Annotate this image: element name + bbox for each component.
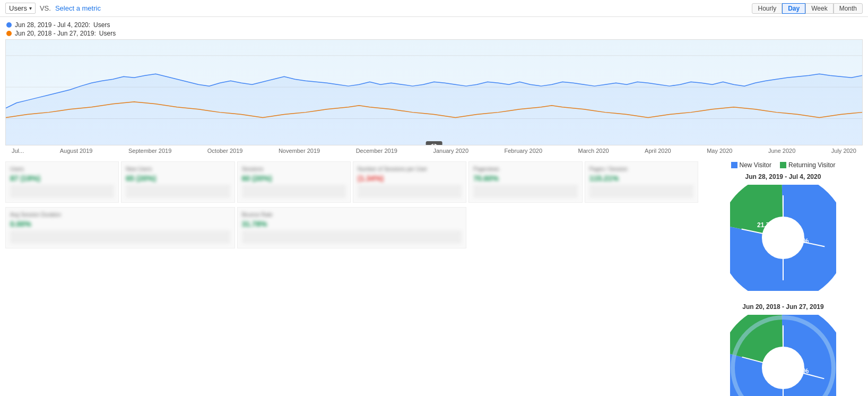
new-visitor-label: New Visitor: [740, 161, 771, 169]
metric-card-new-users: New Users 65 (20%): [121, 161, 235, 203]
vs-label: VS.: [40, 4, 51, 12]
metric-sparkline-pageviews: [473, 185, 577, 198]
x-label-nov: November 2019: [279, 148, 320, 154]
pie-legend-new-visitor: New Visitor: [731, 161, 771, 169]
week-button[interactable]: Week: [805, 3, 833, 14]
metric-sparkline-sessions-per-user: [358, 185, 462, 198]
metric-value-pageviews: 70.60%: [473, 174, 577, 183]
x-label-apr: April 2020: [645, 148, 671, 154]
metric-label-sessions: Sessions: [242, 166, 346, 172]
metric-value-bounce-rate: 31.78%: [242, 220, 462, 228]
pie-section: New Visitor Returning Visitor Jun 28, 20…: [704, 161, 863, 396]
metric-value-avg-session: 0.00%: [10, 220, 230, 228]
x-label-may: May 2020: [707, 148, 732, 154]
top-bar: Users ▾ VS. Select a metric Hourly Day W…: [0, 0, 868, 17]
x-label-jan: January 2020: [433, 148, 468, 154]
users-dropdown[interactable]: Users ▾: [5, 3, 36, 14]
users-label: Users: [9, 4, 27, 12]
metric-card-avg-session: Avg Session Duration 0.00%: [5, 207, 235, 248]
x-label-jun: June 2020: [768, 148, 795, 154]
metric-value-users: 87 (19%): [10, 174, 114, 183]
metric-sparkline-sessions: [242, 185, 346, 198]
metric-label-sessions-per-user: Number of Sessions per User: [358, 166, 462, 172]
pie-chart-2: 20.9% New Visitor 145,815 Users (79.1%): [730, 315, 836, 396]
metric-sparkline-bounce-rate: [242, 230, 462, 244]
date-range-1: Jun 28, 2019 - Jul 4, 2020:: [15, 21, 90, 29]
blue-dot-icon: [6, 22, 12, 28]
metric-card-sessions: Sessions 60 (20%): [237, 161, 351, 203]
metrics-grid-bottom: Avg Session Duration 0.00% Bounce Rate 3…: [5, 207, 698, 248]
select-metric-link[interactable]: Select a metric: [55, 4, 101, 12]
svg-text:78.3%: 78.3%: [789, 237, 809, 245]
metrics-grid-top: Users 87 (19%) New Users 65 (20%) Sessio…: [5, 161, 698, 203]
metric-card-sessions-per-user: Number of Sessions per User (1.34%): [353, 161, 466, 203]
legend-row-1: Jun 28, 2019 - Jul 4, 2020: Users: [6, 21, 862, 29]
series1-label: Users: [93, 21, 110, 29]
metric-sparkline-avg-session: [10, 230, 230, 244]
metric-label-pages-session: Pages / Session: [589, 166, 693, 172]
x-axis-labels: Jul... August 2019 September 2019 Octobe…: [5, 145, 863, 156]
metric-sparkline-users: [10, 185, 114, 198]
x-label-aug: August 2019: [60, 148, 93, 154]
metric-value-sessions-per-user: (1.34%): [358, 174, 462, 183]
chart-legend: Jun 28, 2019 - Jul 4, 2020: Users Jun 20…: [0, 17, 868, 39]
metric-label-bounce-rate: Bounce Rate: [242, 212, 462, 218]
pie-chart-2-container: Jun 20, 2018 - Jun 27, 2019 20.9%: [704, 303, 863, 396]
date-range-2: Jun 20, 2018 - Jun 27, 2019:: [15, 30, 96, 37]
metrics-panel: Users 87 (19%) New Users 65 (20%) Sessio…: [5, 161, 698, 396]
x-label-dec: December 2019: [356, 148, 397, 154]
legend-row-2: Jun 20, 2018 - Jun 27, 2019: Users: [6, 30, 862, 37]
metric-card-users: Users 87 (19%): [5, 161, 119, 203]
pie-svg-2: 20.9%: [730, 315, 836, 396]
main-content: Users 87 (19%) New Users 65 (20%) Sessio…: [0, 156, 868, 396]
svg-text:20.9%: 20.9%: [789, 367, 809, 375]
x-label-sep: September 2019: [128, 148, 171, 154]
month-button[interactable]: Month: [834, 3, 863, 14]
metric-card-bounce-rate: Bounce Rate 31.78%: [237, 207, 467, 248]
metric-value-new-users: 65 (20%): [126, 174, 230, 183]
chevron-down-icon: ▾: [29, 5, 32, 11]
svg-text:21.7%: 21.7%: [757, 221, 775, 229]
metric-card-pageviews: Pageviews 70.60%: [468, 161, 582, 203]
hourly-button[interactable]: Hourly: [752, 3, 782, 14]
chart-tooltip: ◀ ▶: [426, 141, 442, 145]
metric-label-pageviews: Pageviews: [473, 166, 577, 172]
metric-sparkline-new-users: [126, 185, 230, 198]
metric-value-pages-session: 115.21%: [589, 174, 693, 183]
x-label-mar: March 2020: [578, 148, 609, 154]
metric-card-pages-session: Pages / Session 115.21%: [585, 161, 698, 203]
chart-svg: [6, 40, 862, 145]
pie-legend-returning-visitor: Returning Visitor: [780, 161, 836, 169]
metric-label-users: Users: [10, 166, 114, 172]
x-label-feb: February 2020: [505, 148, 543, 154]
metric-label-new-users: New Users: [126, 166, 230, 172]
time-buttons: Hourly Day Week Month: [752, 3, 863, 14]
green-square-icon: [780, 162, 786, 168]
pie-chart-1: 78.3% 21.7%: [730, 185, 836, 292]
pie-chart-2-title: Jun 20, 2018 - Jun 27, 2019: [704, 303, 863, 311]
series2-label: Users: [99, 30, 116, 37]
day-button[interactable]: Day: [782, 3, 805, 14]
x-label-jul: Jul...: [12, 148, 24, 154]
pie-chart-1-container: Jun 28, 2019 - Jul 4, 2020 78.3% 21.7%: [704, 173, 863, 292]
chart-area: ◀ ▶: [5, 39, 863, 145]
pie-chart-1-title: Jun 28, 2019 - Jul 4, 2020: [704, 173, 863, 180]
metric-value-sessions: 60 (20%): [242, 174, 346, 183]
pie-legend: New Visitor Returning Visitor: [704, 161, 863, 169]
top-bar-left: Users ▾ VS. Select a metric: [5, 3, 101, 14]
orange-dot-icon: [6, 31, 12, 36]
metric-label-avg-session: Avg Session Duration: [10, 212, 230, 218]
pie-svg-1: 78.3% 21.7%: [730, 185, 836, 291]
x-label-oct: October 2019: [207, 148, 243, 154]
metric-sparkline-pages-session: [589, 185, 693, 198]
blue-square-icon: [731, 162, 737, 168]
x-label-july2020: July 2020: [831, 148, 856, 154]
returning-visitor-label: Returning Visitor: [788, 161, 836, 169]
